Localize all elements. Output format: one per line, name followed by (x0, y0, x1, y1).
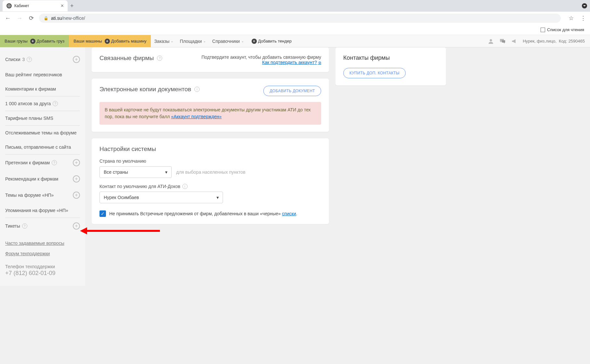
plus-circle-icon: + (105, 39, 110, 44)
system-settings-card: Настройки системы Страна по умолчанию Вс… (92, 138, 329, 224)
related-firms-title: Связанные фирмы ? (99, 55, 162, 62)
country-label: Страна по умолчанию (99, 158, 321, 164)
system-settings-title: Настройки системы (99, 145, 321, 153)
user-info[interactable]: Нурек, физ.лицо, Код: 2590465 (523, 39, 585, 44)
related-firms-card: Связанные фирмы ? Подтвердите аккаунт, ч… (92, 47, 329, 72)
help-icon[interactable]: i (182, 184, 188, 189)
plus-circle-icon: + (252, 39, 257, 44)
sidebar-item-rating[interactable]: Ваш рейтинг перевозчиков (0, 68, 85, 82)
sidebar-item-tariff-sms[interactable]: Тарифные планы SMS (0, 111, 85, 125)
utility-bar: Список для чтения (0, 25, 590, 35)
blacklist-checkbox[interactable]: ✓ (99, 210, 106, 217)
contacts-card: Контакты фирмы КУПИТЬ ДОП. КОНТАКТЫ (335, 47, 446, 85)
add-claim-button[interactable]: + (73, 159, 80, 166)
help-icon[interactable]: i (194, 87, 200, 92)
sidebar-item-recommendations[interactable]: Рекомендации к фирмам + (0, 171, 85, 187)
your-vehicles-label[interactable]: Ваши машины (73, 39, 102, 44)
add-ticket-button[interactable]: + (73, 222, 80, 230)
chat-icon[interactable] (499, 38, 506, 44)
sidebar-item-sent-letters[interactable]: Письма, отправленные с сайта (0, 140, 85, 154)
sidebar-item-tickets[interactable]: Тикеты ? + (0, 218, 85, 234)
support-phone-block: Телефон техподдержки +7 (812) 602-01-09 (0, 259, 85, 282)
forward-button: → (16, 15, 23, 22)
reading-list-icon (541, 28, 545, 32)
help-icon[interactable]: ? (52, 160, 57, 165)
orders-dropdown[interactable]: Заказы ⌄ (151, 35, 177, 47)
browser-profile-icon[interactable] (582, 3, 587, 9)
country-select[interactable]: Все страны ▾ (99, 166, 172, 178)
add-np-topic-button[interactable]: + (73, 192, 80, 199)
chevron-down-icon: ⌄ (203, 39, 206, 43)
documents-alert: В вашей карточке не будут показываться э… (99, 102, 321, 125)
contacts-title: Контакты фирмы (343, 55, 438, 61)
contact-select[interactable]: Нурек Осимбаев ▾ (99, 192, 223, 203)
help-icon[interactable]: ? (27, 57, 32, 62)
sidebar-item-comments[interactable]: Комментарии к фирмам (0, 82, 85, 96)
reading-list-button[interactable]: Список для чтения (541, 27, 584, 32)
blacklist-checkbox-label: Не принимать Встречные предложения от фи… (109, 211, 297, 216)
lists-link[interactable]: списки (282, 211, 296, 216)
add-document-button[interactable]: ДОБАВИТЬ ДОКУМЕНТ (263, 86, 321, 96)
add-list-button[interactable]: + (73, 56, 80, 63)
external-link-icon: ⧉ (318, 61, 321, 65)
new-tab-button[interactable]: + (70, 3, 74, 9)
megaphone-icon[interactable] (511, 38, 518, 44)
url-text: ati.su/new-office/ (51, 16, 85, 21)
svg-point-3 (490, 39, 492, 41)
help-icon[interactable]: ? (53, 101, 58, 106)
sidebar-item-np-mentions[interactable]: Упоминания на форуме «НП» (0, 203, 85, 218)
blacklist-checkbox-row: ✓ Не принимать Встречные предложения от … (99, 210, 321, 217)
chevron-down-icon: ⌄ (171, 39, 173, 43)
lock-icon: 🔒 (44, 16, 48, 20)
close-tab-icon[interactable]: × (61, 3, 64, 9)
confirm-account-link[interactable]: Как подтвердить аккаунт? ⧉ (262, 60, 321, 65)
add-tender-button[interactable]: + Добавить тендер (252, 39, 292, 44)
sidebar-item-bonus[interactable]: 1 000 атисов за друга ? (0, 96, 85, 111)
address-bar[interactable]: 🔒 ati.su/new-office/ (39, 14, 561, 23)
contact-label: Контакт по умолчанию для АТИ-Доков i (99, 184, 321, 189)
add-vehicle-button[interactable]: + Добавить машину (105, 39, 147, 44)
faq-link[interactable]: Часто задаваемые вопросы (0, 238, 85, 248)
add-cargo-button[interactable]: + Добавить груз (30, 39, 64, 44)
reload-button[interactable]: ⟳ (27, 15, 35, 22)
browser-tab-bar: Кабинет × + (0, 0, 590, 12)
cargo-section: Ваши грузы + Добавить груз (0, 35, 69, 47)
help-icon[interactable]: ? (157, 56, 162, 61)
buy-contacts-button[interactable]: КУПИТЬ ДОП. КОНТАКТЫ (343, 68, 406, 78)
sidebar-item-np-topics[interactable]: Темы на форуме «НП» + (0, 187, 85, 203)
support-forum-link[interactable]: Форум техподдержки (0, 248, 85, 259)
documents-title: Электронные копии документов i (99, 86, 200, 93)
tab-favicon (7, 3, 12, 8)
bookmark-icon[interactable]: ☆ (569, 15, 574, 22)
user-icon[interactable] (488, 38, 494, 44)
vehicles-section: Ваши машины + Добавить машину (69, 35, 151, 47)
your-cargo-label[interactable]: Ваши грузы (5, 39, 28, 44)
browser-nav-bar: ← → ⟳ 🔒 ati.su/new-office/ ☆ ⋮ (0, 12, 590, 25)
sidebar-item-claims[interactable]: Претензии к фирмам ? + (0, 155, 85, 171)
browser-menu-icon[interactable]: ⋮ (580, 15, 586, 22)
chevron-down-icon: ▾ (216, 195, 219, 200)
related-firms-notice: Подтвердите аккаунт, чтобы добавить связ… (202, 55, 321, 65)
toolbar-right: Нурек, физ.лицо, Код: 2590465 (488, 35, 590, 47)
sidebar-item-lists[interactable]: Списки 3 ? + (0, 51, 85, 68)
svg-point-1 (9, 6, 10, 6)
add-tender-section: + Добавить тендер (247, 35, 296, 47)
back-button[interactable]: ← (4, 15, 12, 22)
tab-title: Кабинет (14, 4, 29, 8)
chevron-down-icon: ▾ (165, 169, 167, 175)
directories-dropdown[interactable]: Справочники ⌄ (209, 35, 247, 47)
plus-circle-icon: + (30, 39, 35, 44)
browser-tab[interactable]: Кабинет × (3, 0, 68, 11)
country-hint: для выбора населенных пунктов (176, 169, 245, 175)
help-icon[interactable]: ? (22, 223, 27, 229)
platforms-dropdown[interactable]: Площадки ⌄ (177, 35, 209, 47)
add-recommendation-button[interactable]: + (73, 175, 80, 182)
sidebar: Списки 3 ? + Ваш рейтинг перевозчиков Ко… (0, 47, 85, 286)
sidebar-item-forum-topics[interactable]: Отслеживаемые темы на форуме (0, 126, 85, 140)
chevron-down-icon: ⌄ (241, 39, 244, 43)
main-content: Связанные фирмы ? Подтвердите аккаунт, ч… (85, 47, 590, 286)
account-confirmed-link[interactable]: «Аккаунт подтвержден» (171, 114, 222, 119)
main-toolbar: Ваши грузы + Добавить груз Ваши машины +… (0, 35, 590, 47)
documents-card: Электронные копии документов i ДОБАВИТЬ … (92, 79, 329, 132)
